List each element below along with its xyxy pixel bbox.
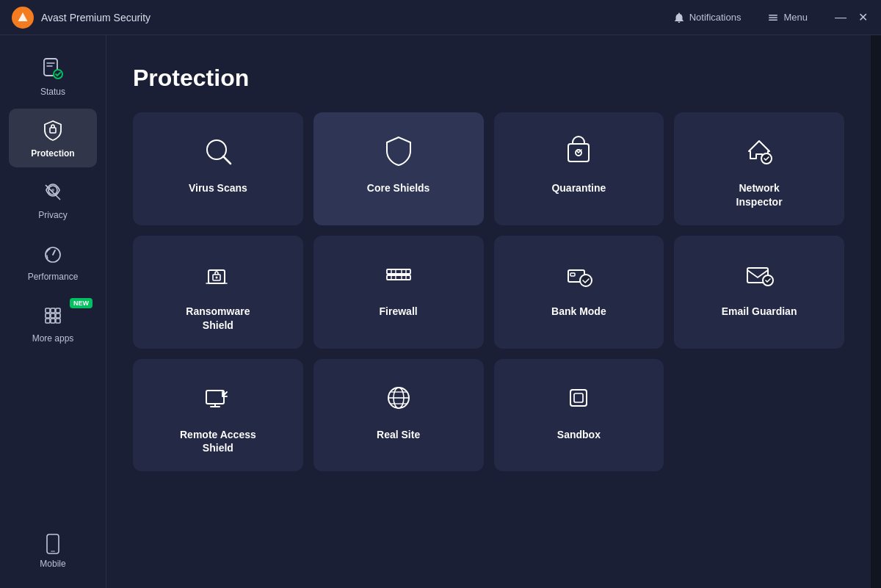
svg-rect-10 <box>46 308 50 313</box>
performance-icon <box>40 241 66 267</box>
mobile-icon <box>45 534 61 554</box>
card-ransomware-shield-label: RansomwareShield <box>186 305 250 333</box>
card-sandbox-label: Sandbox <box>557 428 601 442</box>
sidebar-performance-label: Performance <box>28 272 79 282</box>
svg-line-22 <box>223 156 231 164</box>
card-bank-mode-label: Bank Mode <box>551 305 606 319</box>
page-title: Protection <box>133 65 844 92</box>
ransomware-shield-icon <box>200 256 236 293</box>
title-bar-left: Avast Premium Security <box>12 7 667 29</box>
card-quarantine[interactable]: Quarantine <box>494 112 664 225</box>
svg-rect-17 <box>51 319 55 323</box>
sandbox-icon <box>560 380 597 416</box>
card-virus-scans-label: Virus Scans <box>189 181 247 195</box>
bell-icon <box>673 12 685 23</box>
card-network-inspector[interactable]: NetworkInspector <box>674 112 844 225</box>
status-icon <box>40 56 66 82</box>
sidebar-item-more-apps[interactable]: NEW More apps <box>9 294 97 352</box>
remote-access-shield-icon <box>200 380 236 416</box>
svg-rect-0 <box>769 15 777 16</box>
svg-rect-12 <box>56 308 60 313</box>
new-badge: NEW <box>70 298 93 308</box>
menu-button[interactable]: Menu <box>761 9 813 26</box>
sidebar-item-status[interactable]: Status <box>9 47 97 106</box>
title-bar: Avast Premium Security Notifications Men… <box>0 0 881 35</box>
sidebar-mobile-label: Mobile <box>40 559 65 569</box>
sidebar-item-protection[interactable]: Protection <box>9 109 97 167</box>
svg-rect-20 <box>51 551 55 552</box>
minimize-button[interactable]: — <box>834 11 847 24</box>
card-remote-access-shield-label: Remote AccessShield <box>180 428 256 456</box>
svg-rect-14 <box>51 313 55 318</box>
svg-rect-36 <box>570 273 575 276</box>
menu-icon <box>767 12 779 23</box>
sidebar-protection-label: Protection <box>31 148 74 159</box>
title-bar-right: Notifications Menu — ✕ <box>667 9 869 26</box>
card-core-shields-label: Core Shields <box>367 181 430 195</box>
sidebar-item-performance[interactable]: Performance <box>9 232 97 291</box>
real-site-icon <box>380 380 417 416</box>
card-real-site-label: Real Site <box>377 428 420 442</box>
email-guardian-icon <box>741 256 777 293</box>
svg-rect-48 <box>570 390 587 406</box>
avast-logo <box>12 7 34 29</box>
notifications-label: Notifications <box>689 12 742 23</box>
network-inspector-icon <box>741 133 777 170</box>
card-firewall[interactable]: Firewall <box>313 236 484 349</box>
card-virus-scans[interactable]: Virus Scans <box>133 112 303 225</box>
svg-rect-2 <box>769 19 777 21</box>
privacy-icon <box>40 179 66 206</box>
card-quarantine-label: Quarantine <box>551 181 606 195</box>
card-core-shields[interactable]: Core Shields <box>313 112 484 225</box>
sidebar-status-label: Status <box>40 87 65 97</box>
quarantine-icon <box>560 133 597 170</box>
card-remote-access-shield[interactable]: Remote AccessShield <box>133 359 303 472</box>
firewall-icon <box>380 256 417 293</box>
more-apps-icon <box>40 302 66 329</box>
svg-rect-15 <box>56 313 60 318</box>
content-area: Protection Virus Scans <box>106 35 871 588</box>
virus-scans-icon <box>200 133 236 170</box>
sidebar-item-privacy[interactable]: Privacy <box>9 170 97 229</box>
notifications-button[interactable]: Notifications <box>667 9 747 26</box>
sidebar: Status Protection <box>0 35 106 588</box>
card-firewall-label: Firewall <box>380 305 418 319</box>
close-button[interactable]: ✕ <box>856 11 869 24</box>
card-network-inspector-label: NetworkInspector <box>736 181 783 209</box>
svg-rect-1 <box>769 17 777 18</box>
svg-rect-40 <box>206 391 224 404</box>
svg-rect-30 <box>387 275 410 280</box>
menu-label: Menu <box>783 12 808 23</box>
bank-mode-icon <box>560 256 597 293</box>
card-bank-mode[interactable]: Bank Mode <box>494 236 664 349</box>
card-real-site[interactable]: Real Site <box>313 359 484 472</box>
svg-point-37 <box>580 275 592 286</box>
svg-rect-5 <box>50 128 56 133</box>
svg-rect-11 <box>51 308 55 313</box>
protection-grid: Virus Scans Core Shields <box>133 112 844 471</box>
svg-point-28 <box>215 276 217 278</box>
svg-rect-49 <box>574 393 583 402</box>
window-controls: — ✕ <box>834 11 869 24</box>
right-scroll-area <box>871 35 881 588</box>
main-layout: Status Protection <box>0 35 881 588</box>
svg-rect-16 <box>46 319 50 323</box>
svg-rect-18 <box>56 319 60 323</box>
svg-rect-29 <box>387 269 410 274</box>
core-shields-icon <box>380 133 417 170</box>
protection-icon <box>40 117 66 144</box>
card-ransomware-shield[interactable]: RansomwareShield <box>133 236 303 349</box>
card-email-guardian[interactable]: Email Guardian <box>674 236 844 349</box>
card-sandbox[interactable]: Sandbox <box>494 359 664 472</box>
card-email-guardian-label: Email Guardian <box>722 305 797 319</box>
sidebar-more-apps-label: More apps <box>32 333 74 344</box>
svg-rect-13 <box>46 313 50 318</box>
sidebar-privacy-label: Privacy <box>38 210 67 220</box>
app-title: Avast Premium Security <box>41 12 151 23</box>
sidebar-item-mobile[interactable]: Mobile <box>9 526 97 576</box>
